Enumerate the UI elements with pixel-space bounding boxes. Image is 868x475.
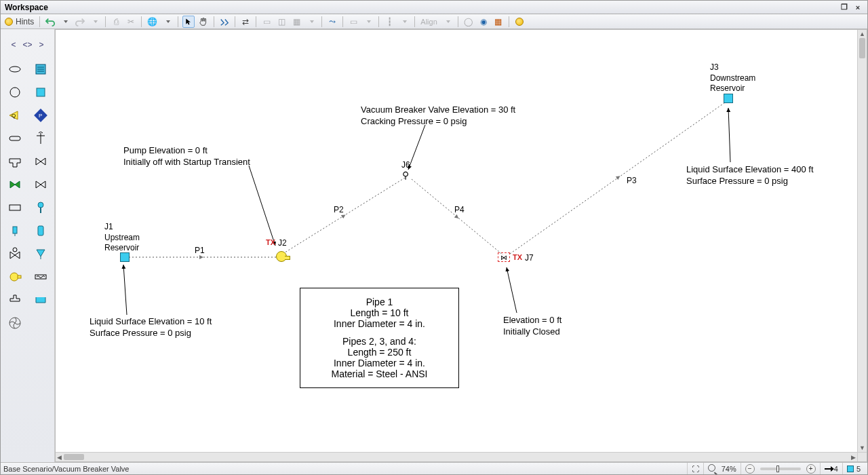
palette-turbine-tool[interactable] (3, 313, 26, 333)
node-j2-pump[interactable] (276, 251, 287, 262)
palette-spray-tool[interactable] (3, 221, 26, 241)
zoom-slider[interactable]: − + (741, 463, 820, 474)
palette-control-valve-tool[interactable] (3, 244, 26, 264)
help-bulb-button[interactable] (513, 16, 526, 28)
zoom-out-button[interactable]: − (745, 464, 755, 474)
zoom-value: 74% (722, 465, 736, 473)
palette-component-2[interactable] (3, 197, 26, 218)
canvas-container: J1 Upstream Reservoir P1 TX J2 P2 J6 ⚲ P… (55, 29, 867, 462)
swap-button[interactable]: ⇄ (239, 16, 252, 28)
zoom-in-button[interactable]: + (806, 464, 816, 474)
find-button[interactable] (218, 16, 231, 28)
distribute-dropdown[interactable] (398, 16, 410, 28)
diagram-canvas[interactable]: J1 Upstream Reservoir P1 TX J2 P2 J6 ⚲ P… (56, 30, 857, 452)
node-j7-label: J7 (525, 253, 534, 264)
palette-valve-tool[interactable] (29, 151, 52, 172)
svg-rect-16 (13, 227, 17, 233)
palette-annotation-tool[interactable] (29, 59, 52, 79)
node-j1-reservoir[interactable] (120, 252, 130, 262)
group-dropdown[interactable] (362, 16, 374, 28)
svg-text:P: P (39, 113, 42, 119)
junction-icon (847, 466, 854, 472)
misc-button-3[interactable]: ▦ (492, 16, 505, 28)
zoom-indicator: 74% (703, 463, 741, 474)
fit-button[interactable]: ⛶ (687, 463, 703, 474)
globe-button[interactable]: 🌐 (146, 16, 159, 28)
group-button[interactable]: ▭ (347, 16, 359, 28)
palette-nav: < <> > (3, 33, 52, 56)
hints-button[interactable]: Hints (3, 16, 35, 28)
palette-hydrant-tool[interactable] (29, 197, 52, 218)
pan-tool[interactable] (197, 16, 210, 28)
pipe-p3-label: P3 (627, 176, 637, 187)
horizontal-scrollbar[interactable]: ◀ ▶ (56, 452, 857, 461)
undo-history-dropdown[interactable] (59, 16, 71, 28)
palette-nozzle-tool[interactable] (29, 244, 52, 264)
hints-label: Hints (16, 17, 34, 26)
layout-button-2[interactable]: ◫ (275, 16, 288, 28)
palette-pipe-tool[interactable] (3, 59, 26, 79)
redo-history-dropdown[interactable] (89, 16, 101, 28)
palette-hx-tool[interactable] (29, 267, 52, 287)
node-j6-valve[interactable]: ⚲ (402, 170, 409, 180)
pipe-count: 4 (820, 463, 842, 474)
distribute-button[interactable]: ┇ (383, 16, 395, 28)
node-j7-valve[interactable]: ⋈ (498, 252, 510, 262)
align-dropdown[interactable] (441, 16, 454, 28)
cut-button[interactable]: ✂ (125, 16, 137, 28)
vertical-scrollbar[interactable]: ▲ ▼ (857, 30, 867, 452)
palette-q-source-tool[interactable]: Q (3, 105, 26, 126)
align-button[interactable]: Align (419, 16, 438, 28)
annotation-j6: Vacuum Breaker Valve Elevation = 30 ft C… (361, 104, 515, 128)
palette-next[interactable]: > (39, 40, 44, 50)
palette-open-channel-tool[interactable] (29, 290, 52, 310)
window-close-button[interactable]: × (852, 3, 863, 12)
palette-fitting-tool[interactable] (3, 290, 26, 310)
palette-empty (29, 313, 52, 333)
node-j3-reservoir[interactable] (724, 94, 733, 103)
pipe-p4-label: P4 (454, 205, 465, 216)
svg-line-30 (249, 166, 275, 246)
annotation-j7: Elevation = 0 ft Initially Closed (503, 315, 561, 338)
layout-dropdown[interactable] (305, 16, 317, 28)
palette-check-valve-tool[interactable] (3, 174, 26, 195)
node-j7-tx: TX (513, 253, 522, 261)
palette-junction-tool[interactable] (3, 82, 26, 102)
annotation-j2: Pump Elevation = 0 ft Initially off with… (123, 145, 250, 168)
misc-button-1[interactable]: ◯ (462, 16, 475, 28)
redo-button[interactable] (74, 16, 86, 28)
palette-valve2-tool[interactable] (29, 174, 52, 195)
bulb-icon (5, 18, 13, 26)
palette-arrow-cross-tool[interactable] (29, 128, 52, 149)
palette-p-source-tool[interactable]: P (29, 105, 52, 126)
node-j1-label: J1 Upstream Reservoir (104, 222, 140, 254)
palette-pump-tool[interactable] (3, 267, 26, 287)
pipe-p2-label: P2 (334, 205, 344, 216)
print-button[interactable]: ⎙ (110, 16, 122, 28)
undo-button[interactable] (44, 16, 56, 28)
palette-tank-tool[interactable] (29, 221, 52, 241)
pipe-info-box: Pipe 1 Length = 10 ft Inner Diameter = 4… (300, 288, 459, 388)
connector-button[interactable]: ⤳ (326, 16, 338, 28)
layout-button-3[interactable]: ▦ (290, 16, 302, 28)
palette-middle[interactable]: <> (22, 40, 32, 50)
scroll-corner (857, 452, 867, 461)
svg-line-33 (728, 108, 730, 162)
misc-button-2[interactable]: ◉ (477, 16, 490, 28)
palette-reservoir-tool[interactable] (29, 82, 52, 102)
tool-palette: < <> > Q P (1, 29, 55, 462)
scenario-path: Base Scenario/Vacuum Breaker Valve (3, 465, 129, 473)
window-maximize-button[interactable]: ❐ (839, 3, 850, 12)
svg-rect-6 (37, 88, 45, 96)
globe-dropdown[interactable] (161, 16, 174, 28)
magnifier-icon (708, 464, 719, 473)
palette-prev[interactable]: < (11, 40, 16, 50)
svg-text:Q: Q (12, 113, 16, 119)
node-j2-tx: TX (266, 238, 275, 246)
layout-button-1[interactable]: ▭ (260, 16, 273, 28)
svg-point-0 (9, 66, 20, 72)
palette-component-1[interactable] (3, 128, 26, 149)
pointer-tool[interactable] (182, 16, 195, 28)
palette-tee-tool[interactable] (3, 151, 26, 172)
svg-line-31 (408, 125, 425, 170)
